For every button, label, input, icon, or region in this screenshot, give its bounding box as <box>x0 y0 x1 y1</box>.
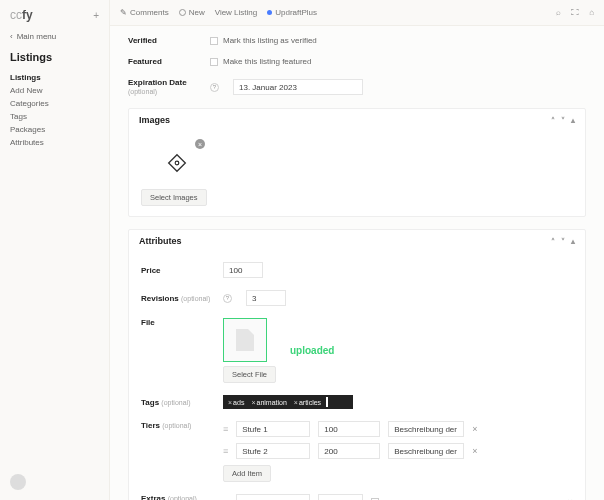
back-label: Main menu <box>17 32 57 41</box>
tier-desc-input[interactable] <box>388 443 464 459</box>
file-icon <box>236 329 254 351</box>
featured-text: Make this listing featured <box>223 57 312 66</box>
uploaded-indicator: uploaded <box>290 345 334 356</box>
panel-up-icon[interactable]: ˄ <box>551 237 555 246</box>
tier-desc-input[interactable] <box>388 421 464 437</box>
plus-circle-icon <box>179 9 186 16</box>
tags-label: Tags (optional) <box>141 398 213 407</box>
placeholder-image-icon <box>159 145 195 181</box>
tier-name-input[interactable] <box>236 443 310 459</box>
tags-input[interactable]: ads animation articles <box>223 395 353 409</box>
home-icon[interactable]: ⌂ <box>589 8 594 17</box>
comment-icon: ✎ <box>120 8 127 17</box>
expiration-label: Expiration Date (optional) <box>128 78 200 96</box>
extras-label: Extras (optional) <box>141 494 213 500</box>
collapse-sidebar-button[interactable]: + <box>93 10 99 21</box>
topbar: ✎Comments New View Listing UpdraftPlus ⌕… <box>110 0 604 26</box>
sidebar-nav: Listings Add New Categories Tags Package… <box>10 71 99 149</box>
tier-price-input[interactable] <box>318 443 380 459</box>
attributes-panel-title: Attributes <box>139 236 182 246</box>
verified-checkbox[interactable] <box>210 37 218 45</box>
sidebar-item-add-new[interactable]: Add New <box>10 84 99 97</box>
revisions-help-icon[interactable]: ? <box>223 294 232 303</box>
sidebar-item-packages[interactable]: Packages <box>10 123 99 136</box>
featured-label: Featured <box>128 57 200 66</box>
tier-delete-icon[interactable]: × <box>472 424 477 434</box>
tag-chip[interactable]: articles <box>292 398 323 407</box>
content-scroll[interactable]: Verified Mark this listing as verified F… <box>110 26 604 500</box>
fullscreen-icon[interactable]: ⛶ <box>571 8 579 17</box>
extra-price-input[interactable] <box>318 494 363 500</box>
select-images-button[interactable]: Select Images <box>141 189 207 206</box>
select-file-button[interactable]: Select File <box>223 366 276 383</box>
verified-text: Mark this listing as verified <box>223 36 317 45</box>
panel-down-icon[interactable]: ˅ <box>561 116 565 125</box>
logo: ccfy + <box>10 8 99 22</box>
panel-toggle-icon[interactable]: ▴ <box>571 116 575 125</box>
sidebar-item-tags[interactable]: Tags <box>10 110 99 123</box>
tier-row: ≡ × <box>223 421 573 437</box>
panel-down-icon[interactable]: ˅ <box>561 237 565 246</box>
search-icon[interactable]: ⌕ <box>556 8 561 17</box>
revisions-label: Revisions (optional) <box>141 294 213 303</box>
panel-toggle-icon[interactable]: ▴ <box>571 237 575 246</box>
file-label: File <box>141 318 213 327</box>
featured-checkbox[interactable] <box>210 58 218 66</box>
verified-label: Verified <box>128 36 200 45</box>
file-preview[interactable] <box>223 318 267 362</box>
extra-name-input[interactable] <box>236 494 310 500</box>
back-to-main-menu[interactable]: Main menu <box>10 32 99 41</box>
sidebar: ccfy + Main menu Listings Listings Add N… <box>0 0 110 500</box>
topbar-view-listing[interactable]: View Listing <box>215 8 258 17</box>
tiers-label: Tiers (optional) <box>141 421 213 430</box>
tier-row: ≡ × <box>223 443 573 459</box>
sidebar-item-attributes[interactable]: Attributes <box>10 136 99 149</box>
logo-suffix: fy <box>22 8 33 22</box>
tier-delete-icon[interactable]: × <box>472 446 477 456</box>
sidebar-item-listings[interactable]: Listings <box>10 71 99 84</box>
drag-handle-icon[interactable]: ≡ <box>223 446 228 456</box>
add-tier-button[interactable]: Add Item <box>223 465 271 482</box>
price-input[interactable] <box>223 262 263 278</box>
extra-row: ≡ Required × <box>223 494 573 500</box>
user-avatar[interactable] <box>10 474 26 490</box>
price-label: Price <box>141 266 213 275</box>
panel-up-icon[interactable]: ˄ <box>551 116 555 125</box>
image-delete-icon[interactable]: × <box>195 139 205 149</box>
expiration-help-icon[interactable]: ? <box>210 83 219 92</box>
topbar-new[interactable]: New <box>179 8 205 17</box>
dot-icon <box>267 10 272 15</box>
image-thumbnail[interactable]: × <box>159 145 199 181</box>
sidebar-item-categories[interactable]: Categories <box>10 97 99 110</box>
images-panel-title: Images <box>139 115 170 125</box>
text-cursor <box>326 397 328 407</box>
tier-name-input[interactable] <box>236 421 310 437</box>
tag-chip[interactable]: ads <box>226 398 246 407</box>
images-panel: Images ˄ ˅ ▴ × Select Images <box>128 108 586 217</box>
drag-handle-icon[interactable]: ≡ <box>223 424 228 434</box>
attributes-panel: Attributes ˄ ˅ ▴ Price Revisions (option… <box>128 229 586 500</box>
logo-prefix: cc <box>10 8 22 22</box>
sidebar-heading: Listings <box>10 51 99 63</box>
revisions-input[interactable] <box>246 290 286 306</box>
tag-chip[interactable]: animation <box>249 398 288 407</box>
topbar-updraftplus[interactable]: UpdraftPlus <box>267 8 317 17</box>
expiration-input[interactable] <box>233 79 363 95</box>
topbar-comments[interactable]: ✎Comments <box>120 8 169 17</box>
tier-price-input[interactable] <box>318 421 380 437</box>
